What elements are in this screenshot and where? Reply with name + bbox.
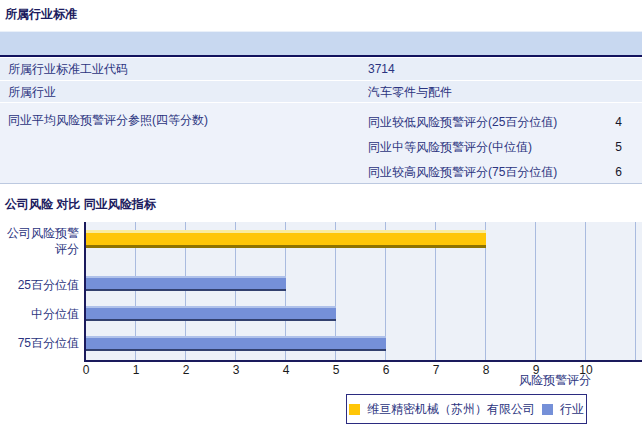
p75-value: 6 <box>560 165 622 179</box>
median-label: 同业中等风险预警评分(中位值) <box>368 139 532 156</box>
p25-label: 同业较低风险预警评分(25百分位值) <box>368 114 557 131</box>
industry-name-label: 所属行业 <box>8 83 56 100</box>
gridline <box>585 222 586 360</box>
x-tick-label: 2 <box>183 363 190 377</box>
table-row: 同业平均风险预警评分参照(四等分数) 同业较低风险预警评分(25百分位值) 4 … <box>0 103 642 183</box>
table-row: 所属行业标准工业代码 3714 <box>0 58 642 80</box>
quartile-subrow-median: 同业中等风险预警评分(中位值) 5 <box>0 135 642 159</box>
industry-p75-bar <box>86 336 386 351</box>
company-legend-swatch <box>349 404 360 415</box>
company-score-bar <box>86 230 486 248</box>
category-label-median: 中分位值 <box>0 306 79 323</box>
category-label-p75: 75百分位值 <box>0 335 79 352</box>
x-axis-title: 风险预警评分 <box>400 372 591 389</box>
p25-value: 4 <box>560 115 622 129</box>
comparison-chart-section-title: 公司风险 对比 同业风险指标 <box>5 196 156 213</box>
chart-legend: 维亘精密机械（苏州）有限公司 行业 <box>346 394 587 424</box>
industry-code-label: 所属行业标准工业代码 <box>8 61 128 78</box>
table-header-band <box>0 31 642 57</box>
x-tick-label: 4 <box>283 363 290 377</box>
x-tick-label: 6 <box>383 363 390 377</box>
p75-label: 同业较高风险预警评分(75百分位值) <box>368 164 557 181</box>
industry-legend-swatch <box>542 404 553 415</box>
industry-standard-section-title: 所属行业标准 <box>5 6 77 23</box>
quartile-subrow-p25: 同业较低风险预警评分(25百分位值) 4 <box>0 110 642 134</box>
x-tick-label: 1 <box>133 363 140 377</box>
table-row: 所属行业 汽车零件与配件 <box>0 81 642 102</box>
gridline <box>535 222 536 360</box>
quartile-subrow-p75: 同业较高风险预警评分(75百分位值) 6 <box>0 160 642 184</box>
x-tick-label: 5 <box>333 363 340 377</box>
table-bottom-divider <box>0 183 642 184</box>
category-label-p25: 25百分位值 <box>0 277 79 294</box>
median-value: 5 <box>560 140 622 154</box>
risk-report-page: 所属行业标准 所属行业标准工业代码 3714 所属行业 汽车零件与配件 同业平均… <box>0 0 642 431</box>
industry-legend-label: 行业 <box>560 401 584 418</box>
x-tick-label: 0 <box>83 363 90 377</box>
category-label-company-score: 公司风险预警评分 <box>0 225 79 257</box>
industry-p25-bar <box>86 276 286 291</box>
plot-area <box>84 222 642 362</box>
gridline <box>635 222 636 360</box>
company-legend-label: 维亘精密机械（苏州）有限公司 <box>367 401 535 418</box>
x-tick-label: 3 <box>233 363 240 377</box>
industry-name-value: 汽车零件与配件 <box>368 83 452 100</box>
industry-code-value: 3714 <box>368 62 395 76</box>
industry-median-bar <box>86 306 336 321</box>
